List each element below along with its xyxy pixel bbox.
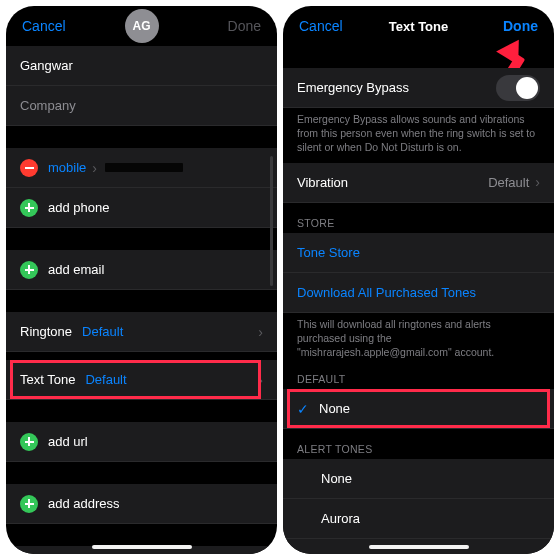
add-phone-label: add phone	[48, 200, 109, 215]
phone-number-redacted	[105, 163, 183, 172]
add-email-row[interactable]: add email	[6, 250, 277, 290]
chevron-down-icon: ›	[92, 160, 97, 176]
texttone-row[interactable]: Text Tone Default ›	[6, 360, 277, 400]
tone-store-link: Tone Store	[297, 245, 360, 260]
add-email-label: add email	[48, 262, 104, 277]
phone-row[interactable]: mobile ›	[6, 148, 277, 188]
chevron-right-icon: ›	[258, 324, 263, 340]
alert-tone-row[interactable]: None	[283, 459, 554, 499]
lastname-value: Gangwar	[20, 58, 73, 73]
nav-bar: Cancel Text Tone Done	[283, 6, 554, 46]
add-icon[interactable]	[20, 433, 38, 451]
scrollbar[interactable]	[270, 156, 273, 286]
phone-type[interactable]: mobile	[48, 160, 86, 175]
alert-tone-row[interactable]: Aurora	[283, 499, 554, 539]
default-tone-value: None	[319, 401, 350, 416]
add-icon[interactable]	[20, 261, 38, 279]
home-indicator[interactable]	[369, 545, 469, 549]
alert-tone-label: Aurora	[321, 511, 360, 526]
alert-tone-label: None	[321, 471, 352, 486]
toggle-switch[interactable]	[496, 75, 540, 101]
done-button: Done	[228, 18, 261, 34]
cancel-button[interactable]: Cancel	[22, 18, 66, 34]
alert-tones-header: ALERT TONES	[283, 429, 554, 459]
add-address-label: add address	[48, 496, 120, 511]
checkmark-icon: ✓	[297, 401, 309, 417]
add-url-row[interactable]: add url	[6, 422, 277, 462]
emergency-label: Emergency Bypass	[297, 80, 409, 95]
texttone-label: Text Tone	[20, 372, 75, 387]
add-icon[interactable]	[20, 495, 38, 513]
company-field[interactable]: Company	[6, 86, 277, 126]
download-tones-link: Download All Purchased Tones	[297, 285, 476, 300]
default-tone-row[interactable]: ✓ None	[283, 389, 554, 429]
ringtone-row[interactable]: Ringtone Default ›	[6, 312, 277, 352]
home-indicator[interactable]	[92, 545, 192, 549]
chevron-right-icon: ›	[535, 174, 540, 190]
ringtone-label: Ringtone	[20, 324, 72, 339]
vibration-value: Default	[488, 175, 529, 190]
download-desc: This will download all ringtones and ale…	[283, 313, 554, 368]
remove-icon[interactable]	[20, 159, 38, 177]
text-tone-screen: Cancel Text Tone Done Emergency Bypass E…	[283, 6, 554, 554]
tone-store-row[interactable]: Tone Store	[283, 233, 554, 273]
store-header: STORE	[283, 203, 554, 233]
add-icon[interactable]	[20, 199, 38, 217]
add-address-row[interactable]: add address	[6, 484, 277, 524]
ringtone-value: Default	[82, 324, 123, 339]
vibration-label: Vibration	[297, 175, 348, 190]
done-button[interactable]: Done	[503, 18, 538, 34]
edit-contact-screen: Cancel AG Done Gangwar Company mobile › …	[6, 6, 277, 554]
texttone-value: Default	[85, 372, 126, 387]
chevron-right-icon: ›	[258, 372, 263, 388]
content-scroll[interactable]: Gangwar Company mobile › add phone add e…	[6, 46, 277, 554]
company-placeholder: Company	[20, 98, 76, 113]
cancel-button[interactable]: Cancel	[299, 18, 343, 34]
vibration-row[interactable]: Vibration Default ›	[283, 163, 554, 203]
add-url-label: add url	[48, 434, 88, 449]
emergency-desc: Emergency Bypass allows sounds and vibra…	[283, 108, 554, 163]
emergency-bypass-row[interactable]: Emergency Bypass	[283, 68, 554, 108]
alert-tone-label: Bamboo	[321, 551, 369, 554]
content-scroll[interactable]: Emergency Bypass Emergency Bypass allows…	[283, 46, 554, 554]
nav-bar: Cancel AG Done	[6, 6, 277, 46]
lastname-field[interactable]: Gangwar	[6, 46, 277, 86]
default-header: DEFAULT	[283, 367, 554, 389]
download-tones-row[interactable]: Download All Purchased Tones	[283, 273, 554, 313]
avatar[interactable]: AG	[125, 9, 159, 43]
add-phone-row[interactable]: add phone	[6, 188, 277, 228]
avatar-initials: AG	[133, 19, 151, 33]
